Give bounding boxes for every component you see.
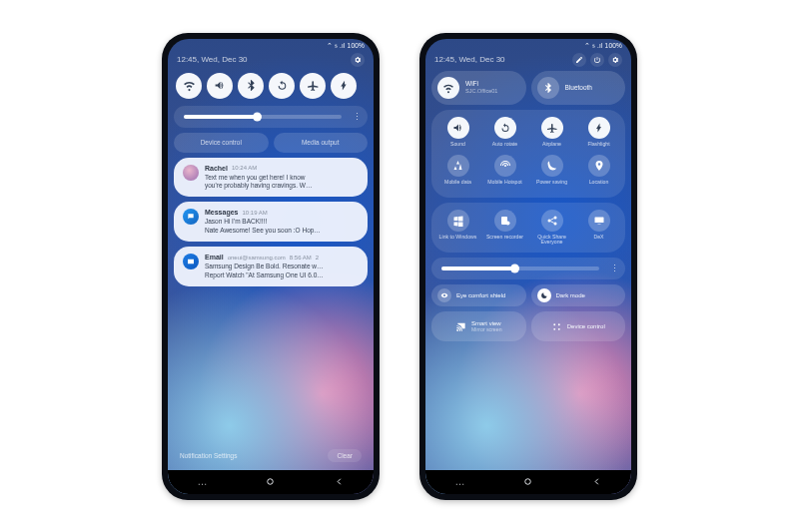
rotate-toggle[interactable]: [269, 73, 295, 99]
tile-location[interactable]: Location: [576, 155, 621, 191]
messages-icon: [183, 209, 199, 225]
avatar-rachel: [183, 165, 199, 181]
brightness-more-icon[interactable]: ⋮: [609, 264, 619, 273]
panel-header: 12:45, Wed, Dec 30: [425, 51, 631, 71]
tile-link-windows[interactable]: Link to Windows: [435, 210, 480, 247]
nav-bar: [168, 470, 374, 494]
device-control-button[interactable]: Device control: [531, 311, 626, 341]
bluetooth-toggle[interactable]: [238, 73, 264, 99]
grid-icon: [551, 321, 562, 332]
quick-tiles-grid-2: Link to Windows Screen recorder Quick Sh…: [431, 203, 625, 254]
status-bar: ⌃ ₅ .ıl 100%: [168, 39, 374, 51]
bluetooth-tile[interactable]: Bluetooth: [531, 71, 626, 105]
tile-auto-rotate[interactable]: Auto rotate: [482, 117, 527, 153]
wifi-tile[interactable]: WiFi SJC.Office01: [431, 71, 526, 105]
media-output-pill[interactable]: Media output: [274, 133, 369, 153]
eye-comfort-toggle[interactable]: Eye comfort shield: [431, 284, 526, 306]
tile-screen-recorder[interactable]: Screen recorder: [482, 210, 527, 247]
bluetooth-icon: [537, 77, 559, 99]
tile-quick-share[interactable]: Quick Share Everyone: [529, 210, 574, 247]
status-bar: ⌃ ₅ .ıl 100%: [425, 39, 631, 51]
wifi-icon: [437, 77, 459, 99]
brightness-more-icon[interactable]: ⋮: [352, 112, 362, 122]
mail-icon: [183, 254, 199, 269]
tile-sound[interactable]: Sound: [435, 117, 480, 153]
back-button[interactable]: [591, 476, 602, 487]
quick-tiles-grid-1: Sound Auto rotate Airplane Flashlight Mo…: [431, 110, 625, 198]
tile-airplane[interactable]: Airplane: [529, 117, 574, 153]
recents-button[interactable]: [197, 476, 208, 487]
datetime-label: 12:45, Wed, Dec 30: [177, 55, 347, 64]
phone-left-notification-shade: ⌃ ₅ .ıl 100% 12:45, Wed, Dec 30 ⋮ Device…: [162, 33, 380, 500]
notification-card[interactable]: Email oneui@samsung.com 8:56 AM 2 Samsun…: [174, 247, 368, 286]
wifi-toggle[interactable]: [176, 73, 202, 99]
back-button[interactable]: [334, 476, 345, 487]
datetime-label: 12:45, Wed, Dec 30: [434, 55, 568, 64]
flashlight-toggle[interactable]: [331, 73, 357, 99]
phone-right-quick-panel: ⌃ ₅ .ıl 100% 12:45, Wed, Dec 30 WiFi SJC…: [419, 33, 637, 500]
cast-icon: [455, 321, 466, 332]
notification-card[interactable]: Messages 10:19 AM Jason Hi I'm BACK!!!! …: [174, 202, 368, 242]
edit-icon[interactable]: [572, 53, 586, 67]
tile-power-saving[interactable]: Power saving: [529, 155, 574, 191]
brightness-slider[interactable]: ⋮: [174, 106, 368, 128]
notification-settings-link[interactable]: Notification Settings: [180, 452, 237, 459]
recents-button[interactable]: [454, 476, 465, 487]
settings-icon[interactable]: [608, 53, 622, 67]
tile-dex[interactable]: DeX: [576, 210, 621, 247]
smart-view-button[interactable]: Smart view Mirror screen: [431, 311, 526, 341]
tile-mobile-data[interactable]: Mobile data: [435, 155, 480, 191]
power-icon[interactable]: [590, 53, 604, 67]
quick-toggles-row: [174, 71, 368, 101]
home-button[interactable]: [522, 476, 533, 487]
tile-flashlight[interactable]: Flashlight: [576, 117, 621, 153]
settings-icon[interactable]: [351, 53, 365, 67]
clear-button[interactable]: Clear: [328, 449, 362, 462]
sound-toggle[interactable]: [207, 73, 233, 99]
panel-header: 12:45, Wed, Dec 30: [168, 51, 374, 71]
tile-mobile-hotspot[interactable]: Mobile Hotspot: [482, 155, 527, 191]
home-button[interactable]: [265, 476, 276, 487]
notification-card[interactable]: Rachel 10:24 AM Text me when you get her…: [174, 158, 368, 198]
device-control-pill[interactable]: Device control: [174, 133, 269, 153]
brightness-slider[interactable]: ⋮: [431, 258, 625, 279]
dark-mode-toggle[interactable]: Dark mode: [531, 284, 626, 306]
nav-bar: [425, 470, 631, 494]
airplane-toggle[interactable]: [300, 73, 326, 99]
